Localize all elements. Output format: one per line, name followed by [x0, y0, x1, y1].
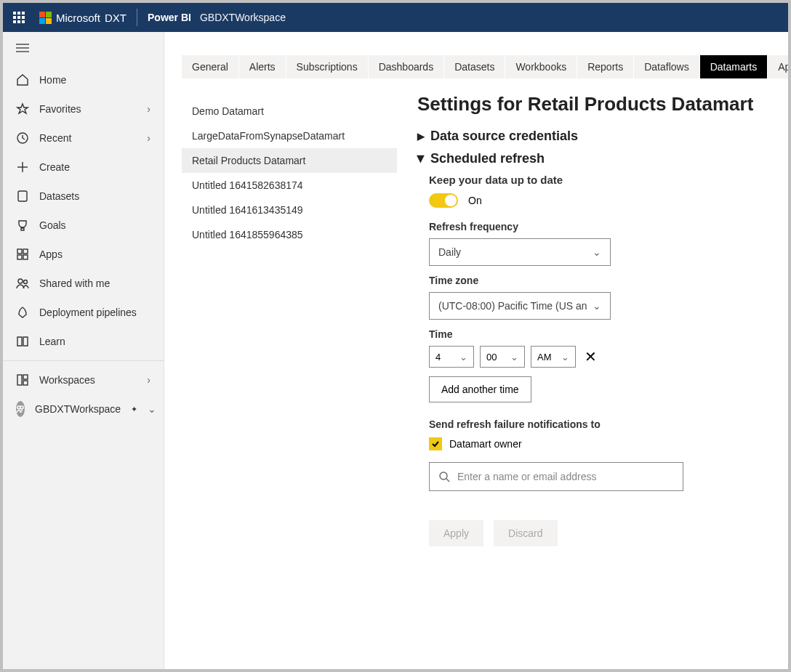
tab-datasets[interactable]: Datasets — [444, 55, 505, 78]
chevron-down-icon: ⌄ — [510, 352, 518, 363]
select-value: 00 — [486, 352, 497, 363]
time-hour-select[interactable]: 4⌄ — [429, 346, 474, 368]
notify-search-input[interactable] — [457, 471, 674, 482]
sidebar-item-label: Learn — [39, 336, 65, 347]
frequency-label: Refresh frequency — [429, 221, 768, 232]
brand-text: Microsoft DXT — [56, 12, 127, 24]
ms-logo-icon — [39, 12, 52, 24]
tab-reports[interactable]: Reports — [577, 55, 634, 78]
datamart-list-item[interactable]: Untitled 1641855964385 — [182, 222, 397, 247]
ms-logo: Microsoft DXT — [39, 12, 127, 24]
svg-rect-9 — [17, 255, 22, 259]
sidebar-item-label: Goals — [39, 219, 66, 231]
section-credentials-toggle[interactable]: ▶ Data source credentials — [417, 129, 768, 144]
keep-uptodate-label: Keep your data up to date — [429, 174, 768, 186]
time-ampm-select[interactable]: AM⌄ — [531, 346, 576, 368]
sidebar-item-apps[interactable]: Apps — [3, 240, 164, 269]
timezone-label: Time zone — [429, 275, 768, 286]
brand-name: Microsoft — [56, 12, 100, 24]
workspace-breadcrumb[interactable]: GBDXTWorkspace — [200, 12, 286, 23]
hamburger-icon — [16, 44, 29, 52]
svg-rect-14 — [23, 375, 28, 379]
topbar: Microsoft DXT Power BI GBDXTWorkspace — [3, 3, 788, 32]
svg-point-18 — [440, 472, 447, 479]
select-value: (UTC-08:00) Pacific Time (US an — [438, 300, 587, 312]
triangle-right-icon: ▶ — [417, 131, 425, 142]
settings-tabs: GeneralAlertsSubscriptionsDashboardsData… — [182, 55, 788, 78]
sidebar-item-create[interactable]: Create — [3, 153, 164, 182]
frequency-select[interactable]: Daily ⌄ — [429, 238, 611, 266]
toggle-state-label: On — [468, 195, 482, 206]
datamart-list-item[interactable]: Retail Products Datamart — [182, 148, 397, 173]
sidebar-item-recent[interactable]: Recent › — [3, 124, 164, 153]
sidebar-item-home[interactable]: Home — [3, 65, 164, 94]
triangle-down-icon: ▶ — [416, 155, 427, 163]
svg-rect-7 — [17, 249, 22, 254]
chevron-down-icon: ⌄ — [593, 246, 601, 258]
app-launcher-button[interactable] — [3, 3, 35, 32]
select-value: AM — [537, 352, 552, 363]
book-icon — [16, 335, 29, 348]
notify-label: Send refresh failure notifications to — [429, 418, 768, 430]
sidebar-item-label: Datasets — [39, 190, 79, 202]
sidebar-item-goals[interactable]: Goals — [3, 211, 164, 240]
tab-datamarts[interactable]: Datamarts — [700, 55, 768, 78]
tab-subscriptions[interactable]: Subscriptions — [286, 55, 369, 78]
refresh-toggle[interactable] — [429, 193, 458, 208]
home-icon — [16, 73, 29, 86]
chevron-down-icon: ⌄ — [148, 403, 156, 415]
sidebar-item-datasets[interactable]: Datasets — [3, 182, 164, 211]
tab-app[interactable]: App — [768, 55, 788, 78]
sidebar-item-pipelines[interactable]: Deployment pipelines — [3, 298, 164, 327]
app-name[interactable]: Power BI — [148, 12, 191, 23]
people-icon — [16, 277, 29, 290]
sidebar-item-current-workspace[interactable]: GBDXTWorkspace ✦ ⌄ — [3, 394, 164, 424]
sidebar-item-workspaces[interactable]: Workspaces › — [3, 365, 164, 394]
tab-alerts[interactable]: Alerts — [239, 55, 286, 78]
section-label: Scheduled refresh — [430, 151, 545, 166]
svg-point-11 — [18, 279, 23, 283]
owner-checkbox[interactable] — [429, 437, 442, 450]
trophy-icon — [16, 219, 29, 232]
sidebar-item-label: GBDXTWorkspace — [35, 403, 121, 415]
add-time-button[interactable]: Add another time — [429, 376, 531, 402]
datamart-list-item[interactable]: Untitled 1641582638174 — [182, 173, 397, 198]
sidebar-item-label: Apps — [39, 248, 63, 260]
sidebar-item-shared[interactable]: Shared with me — [3, 269, 164, 298]
checkbox-label: Datamart owner — [449, 438, 522, 450]
chevron-right-icon: › — [147, 374, 150, 386]
sidebar: Home Favorites › Recent › Create Dataset… — [3, 32, 164, 669]
notify-search-box[interactable] — [429, 462, 683, 491]
time-minute-select[interactable]: 00⌄ — [480, 346, 525, 368]
sidebar-item-learn[interactable]: Learn — [3, 327, 164, 356]
sidebar-item-label: Recent — [39, 132, 71, 144]
divider — [3, 360, 164, 361]
datamart-list-item[interactable]: Demo Datamart — [182, 99, 397, 124]
datamart-list-item[interactable]: LargeDataFromSynapseDatamart — [182, 124, 397, 148]
brand-suffix: DXT — [105, 12, 127, 24]
section-refresh-toggle[interactable]: ▶ Scheduled refresh — [417, 151, 768, 166]
chevron-right-icon: › — [147, 132, 150, 144]
clock-icon — [16, 131, 29, 145]
tab-dashboards[interactable]: Dashboards — [369, 55, 445, 78]
premium-icon: ✦ — [131, 405, 137, 414]
datamart-list-item[interactable]: Untitled 1641613435149 — [182, 198, 397, 222]
nav-toggle-button[interactable] — [3, 32, 164, 65]
sidebar-item-label: Create — [39, 161, 70, 173]
main-content: GeneralAlertsSubscriptionsDashboardsData… — [164, 32, 788, 669]
tab-dataflows[interactable]: Dataflows — [634, 55, 699, 78]
svg-rect-6 — [18, 191, 27, 201]
svg-rect-13 — [17, 375, 22, 385]
svg-line-19 — [446, 479, 449, 482]
remove-time-button[interactable]: ✕ — [582, 348, 600, 365]
tab-general[interactable]: General — [182, 55, 239, 78]
svg-point-12 — [24, 280, 28, 284]
discard-button[interactable]: Discard — [494, 520, 557, 546]
sidebar-item-label: Deployment pipelines — [39, 307, 137, 318]
apps-icon — [16, 248, 29, 261]
sidebar-item-favorites[interactable]: Favorites › — [3, 94, 164, 124]
tab-workbooks[interactable]: Workbooks — [505, 55, 577, 78]
chevron-down-icon: ⌄ — [561, 352, 569, 363]
apply-button[interactable]: Apply — [429, 520, 483, 546]
timezone-select[interactable]: (UTC-08:00) Pacific Time (US an ⌄ — [429, 292, 611, 320]
